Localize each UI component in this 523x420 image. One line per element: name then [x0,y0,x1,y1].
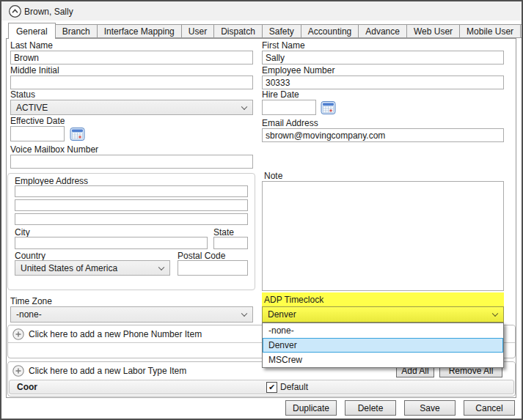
adp-timeclock-dropdown-list: -none- Denver MSCrew [262,323,504,368]
tab-general[interactable]: General [8,23,56,39]
duplicate-button[interactable]: Duplicate [285,400,337,416]
window-title: Brown, Sally [24,7,73,17]
tab-advance[interactable]: Advance [358,24,407,38]
tab-mobile-user[interactable]: Mobile User [459,24,521,38]
employee-window: Brown, Sally General Branch Interface Ma… [0,0,523,420]
cancel-button[interactable]: Cancel [464,400,515,416]
save-button[interactable]: Save [404,400,456,416]
delete-button[interactable]: Delete [345,400,396,416]
collapse-button[interactable] [9,5,21,18]
tab-web-user[interactable]: Web User [406,24,460,38]
dropdown-option-mscrew[interactable]: MSCrew [263,353,503,367]
dropdown-option-denver[interactable]: Denver [263,338,503,353]
tab-branch[interactable]: Branch [55,24,98,38]
header: Brown, Sally [1,1,522,21]
tab-safety[interactable]: Safety [262,24,301,38]
chevron-up-circle-icon [9,5,21,18]
tab-user[interactable]: User [181,24,214,38]
tab-interface-mapping[interactable]: Interface Mapping [97,24,182,38]
tab-dispatch[interactable]: Dispatch [213,24,263,38]
tab-documents[interactable]: Documents [520,24,523,38]
tab-strip: General Branch Interface Mapping User Di… [9,23,523,39]
tab-accounting[interactable]: Accounting [301,24,359,38]
dropdown-option-none[interactable]: -none- [263,323,503,338]
